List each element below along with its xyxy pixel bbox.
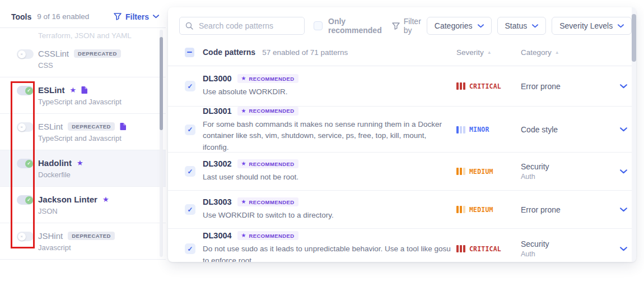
- expand-chevron-icon[interactable]: [620, 247, 627, 251]
- tool-row-hadolint[interactable]: ✓ Hadolint ★ Dockerfile: [0, 150, 166, 187]
- chevron-down-icon: [532, 24, 538, 28]
- pattern-row-dl3000[interactable]: ✓ DL3000 ★ RECOMMENDED Use absolute WORK…: [168, 66, 636, 107]
- pattern-row-dl3004[interactable]: ✓ DL3004 ★ RECOMMENDED Do not use sudo a…: [168, 229, 636, 262]
- severity-badge: MINOR: [456, 126, 521, 133]
- recommended-star-icon: ★: [70, 86, 77, 94]
- select-all-checkbox-indeterminate[interactable]: [185, 48, 194, 57]
- tool-name: JSHint: [38, 231, 63, 241]
- recommended-badge: ★ RECOMMENDED: [237, 159, 298, 168]
- row-checkbox[interactable]: ✓: [185, 204, 195, 215]
- pattern-row-dl3002[interactable]: ✓ DL3002 ★ RECOMMENDED Last user should …: [168, 153, 636, 191]
- deprecated-badge: DEPRECATED: [68, 232, 115, 241]
- severity-bars-icon: [456, 168, 465, 175]
- toggle-knob-icon: ×: [18, 233, 26, 241]
- tool-name: ESLint: [38, 85, 65, 95]
- recommended-badge: ★ RECOMMENDED: [237, 107, 298, 116]
- tool-row-csslint[interactable]: × CSSLint DEPRECATED CSS: [0, 41, 166, 77]
- search-icon: [185, 22, 193, 30]
- star-icon: ★: [241, 76, 246, 81]
- scrolled-tool-languages: Terraform, JSON and YAML: [38, 31, 166, 40]
- chevron-down-icon: [618, 24, 624, 28]
- tool-languages: TypeScript and Javascript: [38, 98, 160, 106]
- toggle-eslint-deprecated[interactable]: ×: [17, 122, 34, 132]
- tool-name: CSSLint: [38, 49, 69, 58]
- only-recommended-checkbox[interactable]: [314, 21, 323, 30]
- status-dropdown[interactable]: Status: [497, 17, 547, 35]
- pattern-id: DL3004: [203, 231, 232, 240]
- tool-name: Jackson Linter: [38, 195, 97, 204]
- pattern-category: Code style: [521, 125, 610, 134]
- filter-funnel-icon: [392, 22, 400, 30]
- tool-row-eslint-deprecated[interactable]: × ESLint DEPRECATED TypeScript and Javas…: [0, 114, 166, 150]
- toggle-knob-icon: ✓: [25, 196, 33, 204]
- pattern-description: For some bash commands it makes no sense…: [203, 119, 452, 153]
- toggle-jshint[interactable]: ×: [17, 232, 34, 241]
- toggle-eslint[interactable]: ✓: [17, 86, 34, 95]
- severity-bars-icon: [456, 206, 465, 213]
- search-box[interactable]: [179, 17, 305, 35]
- severity-column-header[interactable]: Severity ▲: [456, 48, 521, 57]
- tools-enabled-count: 9 of 16 enabled: [37, 12, 89, 21]
- severity-label: MEDIUM: [469, 168, 493, 176]
- toggle-hadolint[interactable]: ✓: [17, 159, 34, 168]
- sort-arrow-icon: ▲: [555, 50, 559, 55]
- chevron-down-icon: [478, 24, 484, 28]
- recommended-star-icon: ★: [102, 196, 109, 203]
- search-input[interactable]: [198, 21, 293, 31]
- sidebar-title: Tools: [11, 12, 31, 21]
- chevron-down-icon: [153, 15, 159, 19]
- expand-chevron-icon[interactable]: [620, 127, 627, 132]
- recommended-label: RECOMMENDED: [249, 162, 295, 167]
- star-icon: ★: [241, 199, 246, 205]
- sidebar-header: Tools 9 of 16 enabled Filters: [0, 0, 166, 28]
- sidebar-scrollbar-thumb[interactable]: [160, 37, 163, 130]
- tool-languages: CSS: [38, 61, 160, 70]
- recommended-badge: ★ RECOMMENDED: [237, 197, 298, 206]
- severity-bars-icon: [456, 126, 465, 133]
- recommended-badge: ★ RECOMMENDED: [237, 231, 298, 240]
- pattern-category: Error prone: [521, 205, 610, 214]
- table-title: Code patterns: [203, 48, 255, 57]
- pattern-id: DL3000: [203, 74, 232, 83]
- tool-list: × CSSLint DEPRECATED CSS ✓ ESLint ★ Type…: [0, 41, 166, 260]
- tool-languages: Dockerfile: [38, 171, 160, 179]
- toggle-csslint[interactable]: ×: [17, 49, 34, 59]
- toggle-jackson-linter[interactable]: ✓: [17, 195, 34, 205]
- severity-badge: CRITICAL: [456, 245, 521, 253]
- severity-levels-dropdown[interactable]: Severity Levels: [552, 17, 632, 35]
- recommended-star-icon: ★: [77, 159, 83, 167]
- pattern-subcategory: Auth: [521, 173, 610, 181]
- patterns-scrollbar-thumb[interactable]: [632, 14, 636, 62]
- row-checkbox[interactable]: ✓: [185, 243, 195, 254]
- recommended-label: RECOMMENDED: [249, 200, 295, 205]
- tool-row-jshint[interactable]: × JSHint DEPRECATED Javascript: [0, 223, 166, 260]
- severity-column-label: Severity: [456, 48, 484, 57]
- row-checkbox[interactable]: ✓: [185, 166, 195, 177]
- expand-chevron-icon[interactable]: [620, 208, 627, 212]
- row-checkbox[interactable]: ✓: [185, 125, 195, 135]
- recommended-badge: ★ RECOMMENDED: [237, 74, 298, 83]
- expand-chevron-icon[interactable]: [620, 84, 627, 89]
- tool-languages: JSON: [38, 207, 160, 215]
- pattern-id: DL3001: [203, 107, 232, 116]
- toggle-knob-icon: ✓: [25, 160, 33, 168]
- star-icon: ★: [241, 108, 246, 114]
- tool-row-eslint[interactable]: ✓ ESLint ★ TypeScript and Javascript: [0, 77, 166, 114]
- deprecated-badge: DEPRECATED: [74, 49, 121, 58]
- toggle-knob-icon: ×: [18, 50, 26, 58]
- patterns-enabled-count: 57 enabled of 71 patterns: [262, 48, 348, 57]
- pattern-row-dl3001[interactable]: ✓ DL3001 ★ RECOMMENDED For some bash com…: [168, 107, 636, 153]
- expand-chevron-icon[interactable]: [620, 169, 627, 174]
- filters-button[interactable]: Filters: [114, 12, 159, 21]
- categories-dropdown[interactable]: Categories: [427, 17, 492, 35]
- star-icon: ★: [241, 233, 246, 238]
- pattern-id: DL3003: [203, 197, 232, 206]
- pattern-category: Error prone: [521, 82, 610, 91]
- pattern-row-dl3003[interactable]: ✓ DL3003 ★ RECOMMENDED Use WORKDIR to sw…: [168, 191, 636, 229]
- category-column-header[interactable]: Category ▲: [521, 48, 610, 57]
- row-checkbox[interactable]: ✓: [185, 81, 195, 91]
- tool-row-jackson-linter[interactable]: ✓ Jackson Linter ★ JSON: [0, 187, 166, 223]
- star-icon: ★: [241, 161, 246, 167]
- severity-label: CRITICAL: [469, 82, 501, 90]
- tool-name: Hadolint: [38, 158, 72, 168]
